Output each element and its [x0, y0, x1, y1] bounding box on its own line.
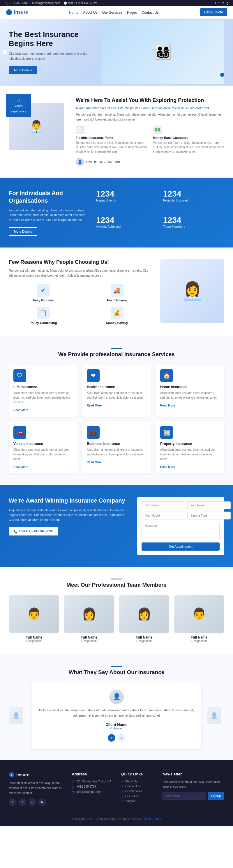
service-home-desc: Aliqu diam amet eos and lorem et ipsum a… — [160, 391, 220, 400]
hero-cta-button[interactable]: More Details — [9, 66, 37, 74]
team-name-1: Full Name — [9, 636, 59, 640]
team-member-3: 👩 Full Name Designation — [119, 595, 169, 643]
service-home-link[interactable]: Read More — [160, 404, 175, 407]
about-desc: Tempor est elit retum et sting. Diam dol… — [76, 112, 224, 122]
reasons-left: Few Reasons Why People Choosing Us! Temp… — [9, 259, 151, 325]
stat-label-1: Happy Clients — [96, 198, 157, 202]
designed-by-link[interactable]: HTML Codex — [144, 817, 161, 820]
services-header: We Provide professional Insurance Servic… — [9, 348, 224, 358]
footer-address-list: 123 Street, New York, USA +012 345 6789 … — [71, 780, 112, 794]
team-photo-1: 👨 — [9, 595, 59, 633]
testimonial-side-right: 👤 — [207, 707, 224, 724]
team-grid: 👨 Full Name Designation 👩 Full Name Desi… — [9, 595, 224, 643]
form-mobile-input[interactable] — [142, 512, 185, 520]
team-photo-3: 👩 — [119, 595, 169, 633]
about-features: 📄 Flexible Insurance Plans Tempor est el… — [76, 125, 224, 154]
section-line-team — [111, 579, 122, 580]
google-icon[interactable]: g — [227, 1, 228, 5]
stat-label-2: Projects Succeed — [163, 198, 224, 202]
team-role-2: Designation — [64, 640, 114, 643]
reasons-heading: Few Reasons Why People Choosing Us! — [9, 259, 151, 265]
nav-home[interactable]: Home — [69, 10, 78, 14]
footer-linkedin-icon[interactable]: in — [29, 798, 36, 806]
service-health-link[interactable]: Read More — [87, 404, 101, 407]
footer-bottom: Copyright © 2021 Company name. All right… — [9, 813, 224, 820]
services-section: We Provide professional Insurance Servic… — [0, 336, 233, 485]
newsletter-form: SignUp — [163, 792, 224, 800]
twitter-icon[interactable]: t — [219, 1, 219, 5]
linkedin-icon[interactable]: in — [222, 1, 224, 5]
award-desc: Aliqu diam amet eos. Cita elit ipsum et … — [9, 508, 128, 522]
badge-text: Years — [14, 104, 23, 108]
feature1-title: Flexible Insurance Plans — [76, 136, 147, 140]
about-right: We're Here To Assist You With Exploring … — [76, 97, 224, 166]
footer-facebook-icon[interactable]: f — [9, 798, 16, 806]
hero-content: The Best Insurance Begins Here Cita erat… — [9, 30, 90, 74]
navbar-brand[interactable]: I Insure — [6, 9, 28, 16]
footer: I Insure Dolor amet sit lorem at eos. Al… — [0, 760, 233, 826]
testimonial-section: What They Say About Our Insurance 👤 👤 Do… — [0, 654, 233, 760]
stats-cta-button[interactable]: More Details — [9, 227, 37, 236]
newsletter-desc: Dolor amet sit lorem at eos. Aliqu lorem… — [163, 780, 224, 789]
topbar-social: f t in g — [215, 1, 228, 5]
get-appointment-button[interactable]: Get Appointment — [142, 542, 220, 551]
hero-family-image: 👨‍👩‍👧‍👦 — [102, 20, 224, 84]
footer-twitter-icon[interactable]: t — [19, 798, 26, 806]
get-quote-button[interactable]: Get A Quote — [200, 8, 227, 16]
arrow-icon — [121, 785, 123, 787]
testimonial-prev-button[interactable]: ‹ — [108, 734, 115, 742]
footer-link-team[interactable]: Our Team — [121, 795, 154, 798]
experience-badge: 25 Years Experience — [6, 94, 31, 117]
service-business-link[interactable]: Read More — [87, 461, 101, 464]
footer-brand-name: Insure — [16, 772, 29, 777]
team-section: Meet Our Professional Team Members 👨 Ful… — [0, 567, 233, 654]
team-name-3: Full Name — [119, 636, 169, 640]
nav-services[interactable]: Our Services — [102, 10, 122, 14]
form-message-textarea[interactable] — [142, 522, 220, 539]
location-icon — [71, 780, 75, 783]
footer-link-services[interactable]: Our Services — [121, 790, 154, 793]
footer-brand: I Insure — [9, 772, 63, 778]
footer-link-support[interactable]: Support — [121, 800, 154, 803]
footer-link-contact[interactable]: Contact Us — [121, 785, 154, 788]
nav-about[interactable]: About Us — [83, 10, 97, 14]
hero-section: The Best Insurance Begins Here Cita erat… — [0, 19, 233, 86]
form-service-input[interactable] — [187, 512, 231, 520]
service-life-link[interactable]: Read More — [13, 408, 28, 412]
reasons-desc: Tempor est elit retum et sting. Diam dol… — [9, 268, 151, 278]
award-call-button[interactable]: 📞 Call Us: +012 345 6789 — [9, 527, 58, 535]
service-life-desc: Aliqu diam amet eos and ipsum et lorem a… — [13, 391, 73, 405]
service-home-title: Home Insurance — [160, 385, 220, 389]
footer-about: I Insure Dolor amet sit lorem at eos. Al… — [9, 772, 63, 806]
footer-about-text: Dolor amet sit lorem at eos. Aliqu lorem… — [9, 781, 63, 796]
footer-link-about[interactable]: About Us — [121, 780, 154, 783]
badge-years: 25 — [17, 99, 20, 102]
topbar-hours: 🕐 Mon - Fri: 9 AM - 6 PM — [63, 1, 97, 5]
form-name-input[interactable] — [142, 501, 185, 509]
form-email-input[interactable] — [187, 501, 231, 509]
section-line-testimonial — [111, 666, 122, 667]
service-life-title: Life Insurance — [13, 385, 73, 389]
service-property: 🏢 Property Insurance Aliqu diam amet eos… — [155, 421, 224, 473]
badge-sub: Experience — [10, 110, 27, 113]
stat-awards: 1234 Awards Achieved — [96, 215, 157, 236]
nav-pages[interactable]: Pages — [127, 10, 137, 14]
subscribe-button[interactable]: SignUp — [208, 792, 224, 800]
service-vehicle-link[interactable]: Read More — [13, 465, 28, 468]
service-property-link[interactable]: Read More — [160, 465, 175, 468]
nav-contact[interactable]: Contact Us — [142, 10, 159, 14]
team-name-2: Full Name — [64, 636, 114, 640]
phone-icon — [71, 785, 75, 788]
reason-1-title: Easy Process — [9, 299, 78, 302]
footer-youtube-icon[interactable]: ▶ — [38, 798, 46, 806]
newsletter-input[interactable] — [163, 792, 206, 800]
svg-rect-6 — [72, 792, 74, 793]
service-health-title: Health Insurance — [87, 385, 146, 389]
topbar-left: 📞 +012 345 6789 ✉ info@example.com 🕐 Mon… — [5, 1, 97, 5]
testimonial-next-button[interactable]: › — [118, 734, 125, 742]
reasons-section: Few Reasons Why People Choosing Us! Temp… — [0, 248, 233, 336]
facebook-icon[interactable]: f — [215, 1, 216, 5]
side-avatar-left: 👤 — [9, 707, 23, 724]
arrow-icon — [121, 790, 123, 793]
team-role-4: Designation — [174, 640, 224, 643]
